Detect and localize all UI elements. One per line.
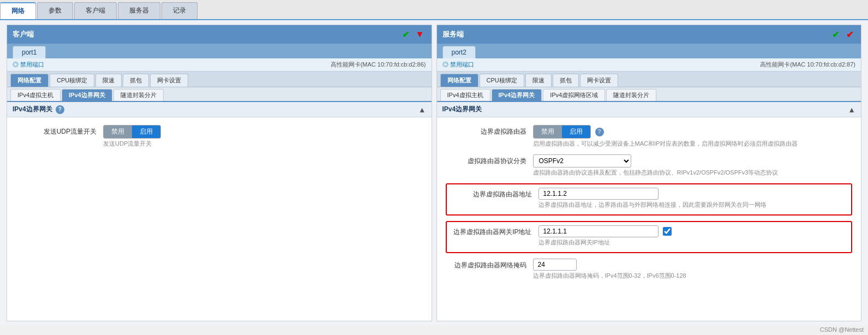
right-sub-tab-ratelimit[interactable]: 限速 [525,74,552,87]
right-router-addr-label: 边界虚拟路由器地址 [451,188,538,199]
top-tabs-bar: 网络 参数 客户端 服务器 记录 [0,0,868,20]
right-mask-control: 边界虚拟路由器网络掩码，IPv4范围0-32，IPv6范围0-128 [533,259,853,280]
left-sub-tab-ratelimit[interactable]: 限速 [95,74,122,87]
left-udp-enable-btn[interactable]: 启用 [132,125,160,138]
left-status-bar: 禁用端口 高性能网卡(MAC 10:70:fd:cb:d2:86) [7,58,432,71]
left-udp-control: 禁用 启用 发送UDP流量开关 [103,125,423,148]
left-section-title-text: IPv4边界网关 [13,105,52,114]
right-mask-label: 边界虚拟路由器网络掩码 [446,259,533,270]
right-gateway-ip-label: 边界虚拟路由器网关IP地址 [451,225,538,237]
right-mask-hint: 边界虚拟路由器网络掩码，IPv4范围0-32，IPv6范围0-128 [533,272,853,280]
right-panel-icons: ✔ ✔ [829,28,855,40]
left-mac-info: 高性能网卡(MAC 10:70:fd:cb:d2:86) [331,61,426,69]
right-gateway-ip-row: 边界虚拟路由器网关IP地址 边界虚拟路由器网关IP地址 [451,225,847,247]
right-protocol-control: OSPFv2 RIPv1 RIPv2 OSPFv3 Static 虚拟路由器路由… [533,154,853,177]
right-disable-port-btn[interactable]: 禁用端口 [442,61,474,69]
right-virtual-router-disable-btn[interactable]: 禁用 [534,125,562,138]
left-udp-toggle-group: 禁用 启用 [103,125,161,139]
left-sub-tab2-ipv4virtual[interactable]: IPv4虚拟主机 [10,89,61,101]
left-check-green-icon: ✔ [400,28,412,40]
left-arrow-down-icon: ▼ [414,28,426,40]
right-status-bar: 禁用端口 高性能网卡(MAC 10:70:fd:cb:d2:87) [437,58,861,71]
right-protocol-row: 虚拟路由器协议分类 OSPFv2 RIPv1 RIPv2 OSPFv3 Stat… [446,154,853,177]
right-port-tab-row: port2 [437,44,861,58]
right-protocol-label: 虚拟路由器协议分类 [446,154,533,166]
left-sub-tabs-row2: IPv4虚拟主机 IPv4边界网关 隧道封装分片 [7,87,432,102]
right-router-addr-input[interactable] [538,188,659,200]
left-port-tab[interactable]: port1 [13,46,46,58]
right-section-header: IPv4边界网关 ▲ [437,102,861,117]
right-sub-tab2-ipv4virtualnet[interactable]: IPv4虚拟网络区域 [543,89,605,101]
right-check-red-icon: ✔ [843,28,855,40]
right-virtual-router-help-icon[interactable]: ? [595,128,604,136]
main-content: 客户端 ✔ ▼ port1 禁用端口 高性能网卡(MAC 10:70:fd:cb… [0,20,868,326]
left-udp-hint: 发送UDP流量开关 [103,140,423,148]
left-udp-label: 发送UDP流量开关 [16,125,103,136]
right-protocol-select[interactable]: OSPFv2 RIPv1 RIPv2 OSPFv3 Static [533,154,631,168]
right-gateway-ip-highlight: 边界虚拟路由器网关IP地址 边界虚拟路由器网关IP地址 [446,221,853,253]
right-form-area: 边界虚拟路由器 禁用 启用 ? 启用虚拟路由器，可以减少受测设备上MAC和IP对… [437,117,861,294]
right-sub-tab-cpubind[interactable]: CPU核绑定 [480,74,524,87]
right-collapse-icon[interactable]: ▲ [848,105,855,114]
right-mask-input[interactable] [533,259,577,271]
left-panel-icons: ✔ ▼ [400,28,426,40]
right-virtual-router-enable-btn[interactable]: 启用 [562,125,590,138]
right-section-title: IPv4边界网关 [442,105,482,114]
left-sub-tabs-row1: 网络配置 CPU核绑定 限速 抓包 网卡设置 [7,71,432,87]
left-panel-title: 客户端 [13,29,34,39]
right-port-tab[interactable]: port2 [442,46,476,58]
left-sub-tab-capture[interactable]: 抓包 [123,74,149,87]
right-router-addr-highlight: 边界虚拟路由器地址 边界虚拟路由器地址，边界路由器与外部网络相连接，因此需要跟外… [446,183,853,216]
tab-server[interactable]: 服务器 [118,2,160,19]
right-sub-tab-netconfig[interactable]: 网络配置 [440,74,478,87]
right-sub-tab2-tunnel[interactable]: 隧道封装分片 [606,89,656,101]
left-udp-row: 发送UDP流量开关 禁用 启用 发送UDP流量开关 [16,125,423,148]
left-sub-tab2-ipv4border[interactable]: IPv4边界网关 [62,89,112,101]
left-sub-tab-cpubind[interactable]: CPU核绑定 [50,74,94,87]
right-gateway-ip-control: 边界虚拟路由器网关IP地址 [538,225,847,247]
right-router-addr-row: 边界虚拟路由器地址 边界虚拟路由器地址，边界路由器与外部网络相连接，因此需要跟外… [451,188,847,209]
right-virtual-router-control: 禁用 启用 ? 启用虚拟路由器，可以减少受测设备上MAC和IP对应表的数量，启用… [533,125,853,148]
right-check-green-icon: ✔ [829,28,841,40]
right-sub-tab2-ipv4virtual[interactable]: IPv4虚拟主机 [440,89,490,101]
tab-params[interactable]: 参数 [37,2,73,19]
left-port-tab-row: port1 [7,44,432,58]
right-router-addr-hint: 边界虚拟路由器地址，边界路由器与外部网络相连接，因此需要跟外部网关在同一网络 [538,201,847,209]
right-virtual-router-label: 边界虚拟路由器 [446,125,533,136]
tab-client[interactable]: 客户端 [74,2,117,19]
right-gateway-ip-hint: 边界虚拟路由器网关IP地址 [538,238,847,247]
right-sub-tab2-ipv4border[interactable]: IPv4边界网关 [492,89,542,101]
right-virtual-router-toggle-group: 禁用 启用 [533,125,591,139]
left-sub-tab-netconfig[interactable]: 网络配置 [10,74,49,87]
right-mask-row: 边界虚拟路由器网络掩码 边界虚拟路由器网络掩码，IPv4范围0-32，IPv6范… [446,259,853,280]
right-router-addr-control: 边界虚拟路由器地址，边界路由器与外部网络相连接，因此需要跟外部网关在同一网络 [538,188,847,209]
right-mac-info: 高性能网卡(MAC 10:70:fd:cb:d2:87) [760,61,855,69]
tab-log[interactable]: 记录 [161,2,197,19]
right-panel: 服务端 ✔ ✔ port2 禁用端口 高性能网卡(MAC 10:70:fd:cb… [436,25,862,321]
tab-network[interactable]: 网络 [0,2,36,19]
left-disable-port-btn[interactable]: 禁用端口 [13,61,44,69]
left-section-header: IPv4边界网关 ? ▲ [7,102,432,117]
left-sub-tab2-tunnel[interactable]: 隧道封装分片 [113,89,164,101]
right-gateway-ip-checkbox[interactable] [663,227,672,236]
left-section-title: IPv4边界网关 ? [13,105,64,114]
right-protocol-hint: 虚拟路由器路由协议选择及配置，包括静态路由协议、RIPv1v2/OSPFv2/O… [533,169,853,177]
right-section-title-text: IPv4边界网关 [442,105,482,114]
right-panel-header: 服务端 ✔ ✔ [437,25,861,44]
right-sub-tab-nic-settings[interactable]: 网卡设置 [580,74,618,87]
left-panel-header: 客户端 ✔ ▼ [7,25,432,44]
right-sub-tabs-row1: 网络配置 CPU核绑定 限速 抓包 网卡设置 [437,71,861,87]
right-gateway-ip-input[interactable] [538,225,659,237]
right-virtual-router-hint: 启用虚拟路由器，可以减少受测设备上MAC和IP对应表的数量，启用虚拟网络时必须启… [533,140,853,148]
right-panel-title: 服务端 [442,29,464,39]
left-form-area: 发送UDP流量开关 禁用 启用 发送UDP流量开关 [7,117,432,162]
left-udp-disable-btn[interactable]: 禁用 [104,125,132,138]
right-sub-tabs-row2: IPv4虚拟主机 IPv4边界网关 IPv4虚拟网络区域 隧道封装分片 [437,87,861,102]
left-help-icon[interactable]: ? [56,105,64,114]
right-sub-tab-capture[interactable]: 抓包 [553,74,579,87]
right-virtual-router-row: 边界虚拟路由器 禁用 启用 ? 启用虚拟路由器，可以减少受测设备上MAC和IP对… [446,125,853,148]
left-sub-tab-nic-settings[interactable]: 网卡设置 [150,74,188,87]
left-panel: 客户端 ✔ ▼ port1 禁用端口 高性能网卡(MAC 10:70:fd:cb… [7,25,432,321]
left-collapse-icon[interactable]: ▲ [418,105,426,114]
